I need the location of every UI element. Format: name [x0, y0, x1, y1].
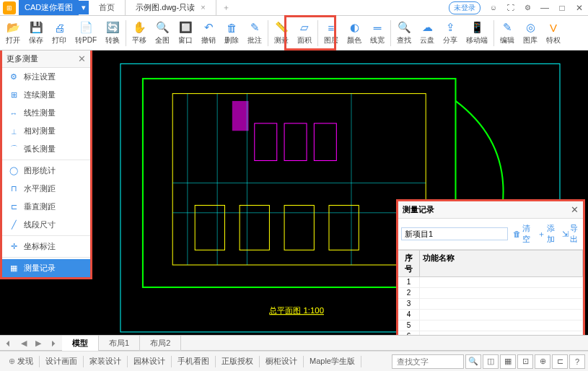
tab-close-icon[interactable]: ×: [201, 3, 205, 12]
side-item-水平测距[interactable]: ⊓水平测距: [2, 180, 90, 198]
toolbar-云盘[interactable]: ☁云盘: [416, 19, 439, 47]
side-panel-title: 更多测量: [6, 53, 78, 64]
toolbar-删除[interactable]: 🗑删除: [220, 19, 243, 47]
table-row[interactable]: 2: [398, 288, 583, 299]
svg-rect-5: [314, 123, 336, 161]
app-menu-dropdown[interactable]: ▾: [79, 1, 89, 14]
measure-record-close[interactable]: ✕: [571, 204, 579, 215]
测量-icon: 📏: [274, 20, 289, 35]
toolbar-图层[interactable]: ≡图层: [320, 19, 343, 47]
toolbar-分享[interactable]: ⇪分享: [439, 19, 462, 47]
toolbar-颜色[interactable]: ◐颜色: [343, 19, 366, 47]
toolbar-打开[interactable]: 📂打开: [1, 19, 25, 47]
toolbar-批注[interactable]: ✎批注: [243, 19, 266, 47]
toolbar-图库[interactable]: ◎图库: [519, 19, 542, 47]
status-link-园林设计[interactable]: 园林设计: [128, 356, 171, 367]
线段尺寸-icon: ╱: [8, 220, 19, 230]
file-tab[interactable]: 示例图.dwg-只读×: [126, 0, 216, 15]
toolbar-移动端[interactable]: 📱移动端: [462, 19, 492, 47]
table-row[interactable]: 4: [398, 310, 583, 320]
相对测量-icon: ⟂: [8, 127, 19, 136]
minimize-button[interactable]: —: [536, 3, 553, 13]
toolbar-全图[interactable]: 🔍全图: [151, 19, 174, 47]
tab-nav-first[interactable]: ⏴: [0, 339, 17, 347]
toolbar-保存[interactable]: 💾保存: [25, 19, 48, 47]
side-item-标注设置[interactable]: ⚙标注设置: [2, 68, 90, 86]
table-row[interactable]: 1: [398, 277, 583, 288]
toolbar-撤销[interactable]: ↶撤销: [197, 19, 220, 47]
status-link-正版授权[interactable]: 正版授权: [216, 356, 259, 367]
side-item-垂直测距[interactable]: ⊏垂直测距: [2, 198, 90, 216]
线宽-icon: ═: [370, 20, 385, 35]
撤销-icon: ↶: [201, 20, 216, 35]
转PDF-icon: 📄: [79, 20, 93, 35]
table-row[interactable]: 5: [398, 320, 583, 331]
toolbar-查找[interactable]: 🔍查找: [392, 19, 416, 47]
测量记录-icon: ▦: [8, 263, 19, 273]
编辑-icon: ✎: [500, 20, 514, 35]
status-tool-button[interactable]: ⊏: [552, 354, 568, 369]
side-panel-more-measure: 更多测量 ✕ ⚙标注设置⊞连续测量↔线性测量⟂相对测量⌒弧长测量◯图形统计⊓水平…: [0, 51, 92, 279]
平移-icon: ✋: [132, 20, 146, 35]
toolbar-特权[interactable]: V特权: [542, 19, 565, 47]
toolbar-窗口[interactable]: 🔲窗口: [174, 19, 197, 47]
status-link-手机看图[interactable]: 手机看图: [172, 356, 215, 367]
查找-icon: 🔍: [397, 20, 411, 35]
project-name-input[interactable]: [401, 227, 508, 240]
toolbar-转PDF[interactable]: 📄转PDF: [71, 19, 101, 47]
toolbar-线宽[interactable]: ═线宽: [366, 19, 389, 47]
status-tool-button[interactable]: ⊡: [517, 354, 533, 369]
layout-tab-布局1[interactable]: 布局1: [99, 336, 140, 351]
login-badge[interactable]: 未登录: [449, 1, 481, 14]
export-button[interactable]: ⇲导出: [560, 222, 580, 246]
toolbar-转换[interactable]: 🔄转换: [101, 19, 124, 47]
tab-nav-last[interactable]: ⏵: [45, 339, 62, 347]
side-item-测量记录[interactable]: ▦测量记录: [2, 259, 90, 277]
status-tool-button[interactable]: ▦: [500, 354, 516, 369]
特权-icon: V: [546, 20, 561, 35]
side-item-图形统计[interactable]: ◯图形统计: [2, 162, 90, 180]
svg-rect-3: [255, 123, 277, 161]
status-link-Maple学生版[interactable]: Maple学生版: [304, 356, 361, 367]
layout-tab-模型[interactable]: 模型: [62, 336, 99, 351]
side-item-坐标标注[interactable]: ✛坐标标注: [2, 237, 90, 256]
status-tool-button[interactable]: ◫: [483, 354, 499, 369]
toolbar-测量[interactable]: 📏测量: [270, 19, 293, 47]
clear-button[interactable]: 🗑清空: [511, 222, 532, 246]
toolbar-编辑[interactable]: ✎编辑: [496, 19, 519, 47]
status-link-发现[interactable]: ⊕发现: [3, 356, 39, 367]
titlebar: ⊞ CAD迷你看图 ▾ 首页示例图.dwg-只读× ＋ 未登录 ☺ ⛶ ⚙ — …: [0, 0, 588, 16]
maximize-button[interactable]: □: [553, 3, 571, 13]
status-tool-button[interactable]: ⊕: [535, 354, 550, 369]
弧长测量-icon: ⌒: [8, 144, 19, 154]
status-link-设计画面[interactable]: 设计画面: [40, 356, 83, 367]
side-panel-close[interactable]: ✕: [78, 53, 86, 64]
settings-icon[interactable]: ⚙: [519, 1, 536, 14]
面积-icon: ▱: [297, 20, 312, 35]
close-button[interactable]: ✕: [571, 3, 588, 13]
tab-add[interactable]: ＋: [216, 0, 236, 15]
toolbar-面积[interactable]: ▱面积: [293, 19, 316, 47]
status-link-橱柜设计[interactable]: 橱柜设计: [260, 356, 303, 367]
side-item-线性测量[interactable]: ↔线性测量: [2, 104, 90, 122]
图层-icon: ≡: [324, 20, 338, 35]
toolbar-打印[interactable]: 🖨打印: [48, 19, 71, 47]
side-item-连续测量[interactable]: ⊞连续测量: [2, 86, 90, 104]
feedback-icon[interactable]: ☺: [485, 1, 502, 14]
status-link-家装设计[interactable]: 家装设计: [84, 356, 127, 367]
add-button[interactable]: ＋添加: [535, 222, 557, 246]
side-item-相对测量[interactable]: ⟂相对测量: [2, 122, 90, 140]
file-tab[interactable]: 首页: [89, 0, 126, 15]
toolbar-平移[interactable]: ✋平移: [128, 19, 151, 47]
table-row[interactable]: 3: [398, 299, 583, 310]
layout-tab-布局2[interactable]: 布局2: [140, 336, 181, 351]
status-tool-button[interactable]: ?: [569, 354, 585, 369]
tab-nav-prev[interactable]: ◀: [17, 339, 31, 348]
side-item-线段尺寸[interactable]: ╱线段尺寸: [2, 216, 90, 234]
search-input[interactable]: [392, 354, 464, 369]
main-toolbar: 📂打开💾保存🖨打印📄转PDF🔄转换✋平移🔍全图🔲窗口↶撤销🗑删除✎批注📏测量▱面…: [0, 16, 588, 51]
fullscreen-icon[interactable]: ⛶: [502, 1, 519, 14]
status-tool-button[interactable]: 🔍: [465, 354, 481, 369]
tab-nav-next[interactable]: ▶: [31, 339, 45, 348]
side-item-弧长测量[interactable]: ⌒弧长测量: [2, 140, 90, 158]
